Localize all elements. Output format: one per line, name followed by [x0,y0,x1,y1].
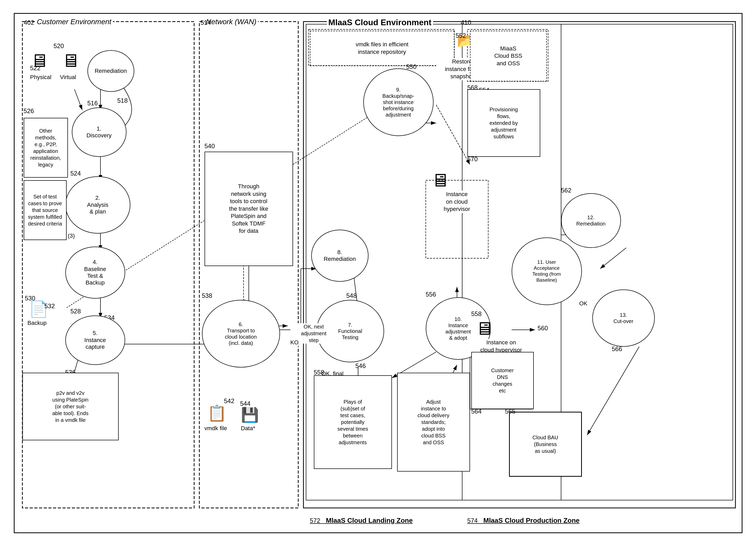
svg-line-35 [600,248,626,269]
test-cases-text: Set of testcases to provethat sourcesyst… [28,193,62,227]
instance-capture-text: 5.Instancecapture [84,330,106,350]
ref-565: 565 [505,408,516,415]
vmdk-file-icon: 📋 [207,404,227,422]
ok-label: OK [579,300,588,307]
ref-520: 520 [54,42,64,50]
ref-540: 540 [205,143,215,150]
discovery-text: 1.Discovery [86,125,112,139]
vmdk-repo-box: vmdk files in efficientinstance reposito… [310,31,454,66]
ref-548: 548 [346,292,357,299]
baseline-text: 4.BaselineTest &Backup [84,259,106,286]
customer-env-label: Customer Environment [35,18,113,26]
svg-line-38 [436,105,470,165]
landing-zone-label: 572 MlaaS Cloud Landing Zone [310,517,413,525]
analysis-circle: 2.Analysis& plan [65,176,130,234]
data-file-icon: 💾 [241,406,259,423]
miaas-bss-oss-box: MiaaSCloud BSSand OSS [470,31,547,81]
instance-capture-circle: 5.Instancecapture [65,315,125,365]
other-methods-text: Othermethods,e.g., P2P,applicationreinst… [30,128,61,168]
ref-544: 544 [240,400,251,407]
miaas-bss-oss-text: MiaaSCloud BSSand OSS [494,45,522,67]
discovery-circle: 1.Discovery [72,107,126,157]
cloud-bau-box: Cloud BAU(Businessas usual) [509,412,582,477]
functional-testing-text: 7.FunctionalTesting [338,322,362,340]
virtual-label: Virtual [60,74,76,81]
user-acceptance-circle: 11. UserAcceptanceTesting (fromBaseline) [512,238,582,305]
ref-560: 560 [538,324,548,332]
data-label: Data* [241,425,255,432]
other-methods-box: Othermethods,e.g., P2P,applicationreinst… [24,118,68,178]
remediation-8-circle: 8.Remediation [311,230,369,282]
ref-556: 556 [426,291,436,298]
ko-label-1: KO [290,339,299,346]
physical-label: Physical [30,74,52,81]
ref-526: 526 [24,107,34,115]
ref-532: 532 [45,302,55,310]
landing-zone-ref: 572 [310,517,320,524]
ref-566: 566 [612,345,622,353]
provisioning-flows-box: Provisioningflows,extended byadjustments… [467,89,540,157]
network-wan-label: Network (WAN) [205,18,258,26]
cloud-server-icon-2: 🖥 [475,318,493,339]
backup-label: Backup [28,319,47,327]
instance-cloud-label: Instanceon cloudhypervisor [428,191,486,213]
p2v-v2v-text: p2v and v2vusing PlateSpin(or other suit… [52,390,88,423]
ref-564: 564 [471,408,482,415]
ref-518: 518 [117,97,128,104]
through-network-box: Throughnetwork usingtools to controlthe … [205,152,293,266]
ref-402: 402 [24,19,34,26]
remediation-top-text: Remediation [95,68,127,74]
production-zone-label: 574 MlaaS Cloud Production Zone [467,517,580,525]
adjust-instance-box: Adjustinstance tocloud deliverystandards… [397,373,470,471]
instance-cloud2-label: Instance oncloud hypervisor [471,339,531,354]
ref-538: 538 [202,292,212,299]
remediation-8-text: 8.Remediation [324,249,356,263]
cloud-server-icon-1: 🖥 [431,170,449,191]
cloud-bau-text: Cloud BAU(Businessas usual) [532,434,558,454]
ref-524: 524 [71,170,81,177]
plays-test-box: Plays of(sub)set oftest cases,potentiall… [314,375,392,469]
main-diagram: Customer Environment Network (WAN) MlaaS… [14,13,742,533]
user-acceptance-text: 11. UserAcceptanceTesting (fromBaseline) [532,259,561,283]
remediation-top-circle: Remediation [87,50,134,92]
instance-adjustment-text: 10.Instanceadjustment& adopt [446,316,471,341]
analysis-text: 2.Analysis& plan [87,195,109,215]
cutover-circle: 13.Cut-over [592,289,655,347]
vmdk-file-label: vmdk file [205,425,227,432]
svg-line-15 [74,89,82,110]
backup-snapshot-circle: 9.Backup/snap-shot instancebefore/during… [363,68,434,136]
vmdk-repo-text: vmdk files in efficientinstance reposito… [356,41,409,56]
remediation-12-circle: 12.Remediation [561,193,621,248]
virtual-server-icon: 🖥 [61,50,80,71]
production-zone-text: MlaaS Cloud Production Zone [483,517,580,524]
provisioning-flows-text: Provisioningflows,extended byadjustments… [490,106,518,140]
p2v-v2v-box: p2v and v2vusing PlateSpin(or other suit… [22,373,119,440]
ref-552: 552 [456,32,466,39]
ref-522: 522 [30,65,41,72]
ref-546: 546 [355,362,366,369]
transport-text: 6.Transport tocloud location(incl. data) [225,321,257,346]
ref-550: 550 [406,63,417,71]
cutover-text: 13.Cut-over [613,312,633,324]
customer-dns-box: CustomerDNSchangesetc [471,352,534,409]
test-cases-box: Set of testcases to provethat sourcesyst… [24,180,67,240]
production-zone-ref: 574 [467,517,478,524]
adjust-instance-text: Adjustinstance tocloud deliverystandards… [417,398,449,446]
transport-circle: 6.Transport tocloud location(incl. data) [202,300,280,367]
baseline-circle: 4.BaselineTest &Backup [65,247,125,298]
ref-570: 570 [467,156,478,163]
customer-dns-text: CustomerDNSchangesetc [491,367,514,394]
ref-562: 562 [561,187,571,194]
ref-410: 410 [461,19,471,26]
plays-test-text: Plays of(sub)set oftest cases,potentiall… [338,398,368,446]
backup-snapshot-text: 9.Backup/snap-shot instancebefore/during… [382,87,414,118]
remediation-12-text: 12.Remediation [576,214,605,227]
ref-528: 528 [71,308,81,315]
svg-line-36 [587,347,639,435]
ref-558: 558 [314,369,324,376]
ref-568: 568 [467,84,478,91]
ref-514: 514 [201,19,211,26]
ref-558b: 558 [471,310,482,317]
ref-542: 542 [224,397,234,405]
through-network-text: Throughnetwork usingtools to controlthe … [229,183,268,235]
